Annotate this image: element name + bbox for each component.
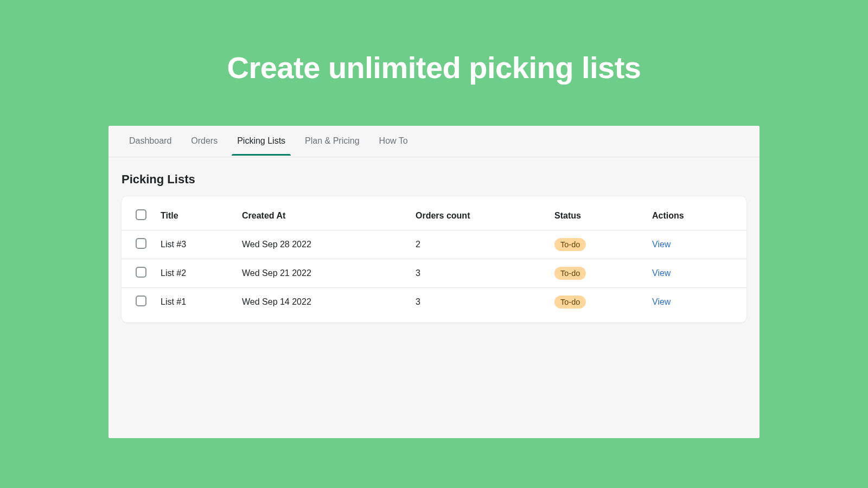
view-link[interactable]: View bbox=[652, 268, 671, 278]
status-badge: To-do bbox=[554, 296, 586, 309]
cell-orders-count: 3 bbox=[411, 288, 550, 317]
nav-tabs: Dashboard Orders Picking Lists Plan & Pr… bbox=[108, 126, 760, 157]
cell-title: List #1 bbox=[156, 288, 238, 317]
select-all-checkbox[interactable] bbox=[136, 209, 146, 220]
cell-orders-count: 2 bbox=[411, 230, 550, 259]
table-row: List #1 Wed Sep 14 2022 3 To-do View bbox=[122, 288, 746, 317]
col-header-created-at: Created At bbox=[238, 202, 411, 230]
col-header-title: Title bbox=[156, 202, 238, 230]
status-badge: To-do bbox=[554, 238, 586, 251]
view-link[interactable]: View bbox=[652, 297, 671, 306]
view-link[interactable]: View bbox=[652, 240, 671, 249]
table-row: List #3 Wed Sep 28 2022 2 To-do View bbox=[122, 230, 746, 259]
tab-picking-lists[interactable]: Picking Lists bbox=[227, 126, 295, 157]
picking-lists-table: Title Created At Orders count Status Act… bbox=[122, 202, 746, 316]
status-badge: To-do bbox=[554, 267, 586, 280]
cell-created-at: Wed Sep 21 2022 bbox=[238, 259, 411, 288]
cell-created-at: Wed Sep 28 2022 bbox=[238, 230, 411, 259]
tab-plan-pricing[interactable]: Plan & Pricing bbox=[295, 126, 369, 157]
app-window: Dashboard Orders Picking Lists Plan & Pr… bbox=[108, 126, 760, 438]
col-header-actions: Actions bbox=[648, 202, 746, 230]
cell-created-at: Wed Sep 14 2022 bbox=[238, 288, 411, 317]
row-checkbox[interactable] bbox=[136, 238, 146, 249]
picking-lists-card: Title Created At Orders count Status Act… bbox=[122, 196, 746, 323]
row-checkbox[interactable] bbox=[136, 267, 146, 278]
table-header-row: Title Created At Orders count Status Act… bbox=[122, 202, 746, 230]
cell-title: List #2 bbox=[156, 259, 238, 288]
row-checkbox[interactable] bbox=[136, 296, 146, 306]
cell-title: List #3 bbox=[156, 230, 238, 259]
tab-orders[interactable]: Orders bbox=[181, 126, 227, 157]
tab-dashboard[interactable]: Dashboard bbox=[119, 126, 181, 157]
cell-orders-count: 3 bbox=[411, 259, 550, 288]
page-title: Picking Lists bbox=[108, 157, 760, 196]
col-header-status: Status bbox=[550, 202, 648, 230]
col-header-orders-count: Orders count bbox=[411, 202, 550, 230]
table-row: List #2 Wed Sep 21 2022 3 To-do View bbox=[122, 259, 746, 288]
hero-title: Create unlimited picking lists bbox=[0, 0, 868, 85]
tab-how-to[interactable]: How To bbox=[369, 126, 418, 157]
